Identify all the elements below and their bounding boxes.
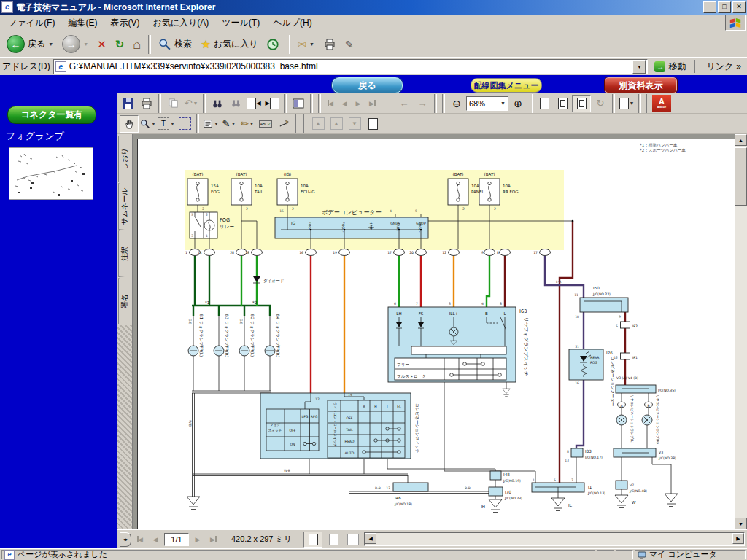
copy-button[interactable] <box>164 96 182 112</box>
fit-page-button[interactable] <box>554 96 571 112</box>
vertical-scrollbar[interactable]: ▲ ▼ <box>735 134 747 529</box>
maximize-button[interactable]: □ <box>718 1 731 13</box>
save-button[interactable] <box>120 96 137 112</box>
menu-edit[interactable]: 編集(E) <box>61 15 104 31</box>
find-again-button[interactable] <box>227 96 244 112</box>
next-page-view-button[interactable]: ▶ <box>263 96 281 112</box>
prev-page-button[interactable]: ◀ <box>338 97 351 110</box>
first-page-icon: ◀ <box>328 100 333 107</box>
history-button[interactable] <box>263 34 283 55</box>
zoom-in-button[interactable]: ⊕ <box>509 96 527 112</box>
facing-layout-button[interactable] <box>344 532 362 547</box>
mail-button[interactable]: ✉ ▼ <box>293 34 318 55</box>
document-area[interactable]: *1 : 標準バンパー車 *2 : スポーツバンパー車 (BAT)(BAT)(I… <box>133 134 735 529</box>
other-doc-button[interactable]: 別資料表示 <box>605 77 677 93</box>
continuous-layout-button[interactable] <box>325 532 342 547</box>
next-page-button-2[interactable]: ▶ <box>191 533 204 546</box>
edit-icon: ✎ <box>345 39 354 50</box>
magnifier-icon <box>140 119 150 129</box>
note-tool-button[interactable]: ▼ <box>202 116 220 132</box>
close-button[interactable]: ✕ <box>732 1 746 13</box>
menu-tools[interactable]: ツール(T) <box>215 15 266 31</box>
pages-button[interactable] <box>364 116 382 132</box>
graphics-select-button[interactable] <box>176 116 193 132</box>
zoom-level-select[interactable]: 68% ▼ <box>466 96 508 111</box>
next-page-button[interactable]: ▶ <box>352 97 365 110</box>
connector-list-button[interactable]: コネクタ一覧有 <box>7 106 96 124</box>
rotate-view-button[interactable]: ↻ <box>592 96 609 112</box>
prev-highlight-button[interactable]: ▲ <box>309 116 327 132</box>
scroll-track[interactable] <box>735 146 747 518</box>
address-input[interactable]: e G:¥MANUAL.HTM¥x339¥servinfo¥x339i02050… <box>53 59 649 74</box>
svg-text:1: 1 <box>206 234 208 238</box>
refresh-button[interactable]: ↻ <box>112 34 128 55</box>
favorites-button[interactable]: ★ お気に入り <box>197 34 261 55</box>
zoom-out-button[interactable]: ⊖ <box>448 96 465 112</box>
scroll-thumb[interactable] <box>735 147 747 206</box>
menu-help[interactable]: ヘルプ(H) <box>266 15 319 31</box>
titlebar[interactable]: e 電子技術マニュアル - Microsoft Internet Explore… <box>0 0 747 15</box>
tab-bookmarks[interactable]: しおり <box>118 136 131 182</box>
actual-size-button[interactable] <box>535 96 553 112</box>
address-dropdown[interactable]: ▼ <box>632 60 646 74</box>
tab-thumbnails[interactable]: サムネール <box>118 183 131 230</box>
page-indicator[interactable]: 1/1 <box>164 533 189 546</box>
edit-button[interactable]: ✎ <box>341 34 357 55</box>
fit-width-button[interactable] <box>572 95 591 112</box>
menu-favorites[interactable]: お気に入り(A) <box>146 15 215 31</box>
scroll-up-button[interactable]: ▲ <box>735 134 747 146</box>
up-highlight-button[interactable]: ▲ <box>328 116 345 132</box>
favorites-icon: ★ <box>201 39 210 50</box>
text-select-button[interactable]: T▼ <box>158 116 175 132</box>
menu-view[interactable]: 表示(V) <box>104 15 146 31</box>
hand-tool-button[interactable] <box>120 115 139 133</box>
snapshot-button[interactable]: ▼ <box>618 96 635 112</box>
spellcheck-button[interactable]: ABC✓ <box>257 116 274 132</box>
tab-annotations[interactable]: 注釈 <box>118 230 131 277</box>
last-page-button-2[interactable]: ▶ <box>206 533 220 546</box>
first-page-button-2[interactable]: ◀ <box>133 533 147 546</box>
horizontal-scrollbar[interactable]: ◀ ▶ <box>364 532 745 546</box>
menu-file[interactable]: ファイル(F) <box>1 15 61 31</box>
zoom-tool-button[interactable]: ▼ <box>139 116 157 132</box>
scroll-down-button[interactable]: ▼ <box>735 518 747 529</box>
go-back-view-button[interactable]: ← <box>395 96 413 112</box>
prev-page-view-button[interactable]: ◀ <box>245 96 263 112</box>
highlight-tool-button[interactable]: ✎▼ <box>239 116 256 132</box>
nav-pane-button[interactable] <box>290 96 307 112</box>
snapshot-icon <box>619 98 629 109</box>
adobe-logo[interactable]: AAdobe <box>652 95 671 112</box>
address-value: G:¥MANUAL.HTM¥x339¥servinfo¥x339i0205000… <box>69 61 318 71</box>
svg-text:G-B: G-B <box>239 319 243 324</box>
first-page-button[interactable]: ◀ <box>324 97 337 110</box>
last-page-button[interactable]: ▶ <box>365 97 379 110</box>
svg-text:EL: EL <box>397 405 401 408</box>
tab-signatures[interactable]: 署名 <box>118 278 131 324</box>
scroll-left-button[interactable]: ◀ <box>365 533 376 544</box>
home-button[interactable]: ⌂ <box>129 34 144 55</box>
svg-text:ON: ON <box>290 443 295 446</box>
system-thumbnail[interactable] <box>9 147 93 200</box>
links-button[interactable]: リンク » <box>703 59 745 74</box>
print-button[interactable] <box>320 34 340 55</box>
acrobat-print-button[interactable] <box>138 96 155 112</box>
stop-button[interactable]: ✕ <box>93 34 110 55</box>
minimize-button[interactable]: – <box>703 1 716 13</box>
go-forward-view-button[interactable]: → <box>414 96 431 112</box>
forward-button[interactable]: → ▼ <box>58 34 92 55</box>
pencil-tool-button[interactable]: ✎▼ <box>220 116 238 132</box>
find-button[interactable] <box>209 96 226 112</box>
scroll-right-button[interactable]: ▶ <box>732 533 744 544</box>
go-button[interactable]: → 移動 <box>651 59 689 74</box>
nav-back-button[interactable]: 戻る <box>332 77 403 93</box>
next-highlight-button[interactable]: ▼ <box>346 116 363 132</box>
undo-button[interactable]: ↶▼ <box>182 96 200 112</box>
signature-tool-button[interactable] <box>275 116 293 132</box>
pane-splitter[interactable]: ◂▸ <box>120 532 131 547</box>
back-button[interactable]: ← 戻る ▼ <box>3 34 57 55</box>
wiring-menu-button[interactable]: 配線図集メニュー <box>471 78 542 93</box>
single-page-layout-button[interactable] <box>303 532 322 548</box>
prev-page-button-2[interactable]: ◀ <box>149 533 162 546</box>
search-button[interactable]: 検索 <box>155 34 196 55</box>
svg-text:IG: IG <box>291 221 295 225</box>
